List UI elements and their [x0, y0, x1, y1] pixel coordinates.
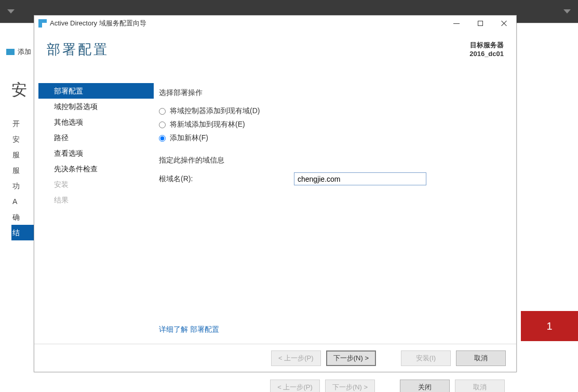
parent-sidebar-item[interactable]: 服 [11, 163, 34, 178]
nav-review-options[interactable]: 查看选项 [38, 145, 154, 161]
dialog-titlebar: Active Directory 域服务配置向导 [34, 16, 516, 31]
parent-sidebar-item[interactable]: 结 [11, 225, 34, 240]
radio-label: 将域控制器添加到现有域(D) [170, 106, 260, 116]
menu-dropdown-right-icon[interactable] [563, 9, 571, 13]
dialog-footer: < 上一步(P) 下一步(N) > 安装(I) 取消 [34, 344, 516, 372]
dialog-body: 部署配置 域控制器选项 其他选项 路径 查看选项 先决条件检查 安装 结果 选择… [34, 77, 516, 344]
radio-input[interactable] [159, 135, 166, 142]
learn-more-link[interactable]: 详细了解 部署配置 [159, 325, 219, 334]
radio-add-domain-existing-forest[interactable]: 将新域添加到现有林(E) [159, 118, 504, 131]
parent-next-button: 下一步(N) > [325, 380, 375, 392]
nav-results: 结果 [38, 192, 154, 208]
breadcrumb: 添加 [6, 47, 31, 57]
nav-paths[interactable]: 路径 [38, 130, 154, 145]
parent-sidebar-item[interactable]: A [11, 194, 34, 209]
cancel-button[interactable]: 取消 [456, 350, 506, 366]
radio-input[interactable] [159, 121, 166, 128]
parent-sidebar-item[interactable]: 确 [11, 209, 34, 225]
nav-deployment-config[interactable]: 部署配置 [38, 83, 154, 99]
root-domain-input[interactable] [294, 172, 426, 185]
parent-sidebar: 开 安 服 服 功 A 确 结 [11, 116, 34, 240]
radio-label: 添加新林(F) [170, 133, 208, 143]
parent-sidebar-item[interactable]: 服 [11, 147, 34, 163]
select-operation-label: 选择部署操作 [159, 88, 504, 98]
menu-dropdown-left-icon[interactable] [7, 9, 15, 13]
maximize-button[interactable] [468, 16, 492, 31]
notification-badge[interactable]: 1 [521, 311, 578, 341]
page-title: 部署配置 [47, 40, 109, 77]
minimize-button[interactable] [445, 16, 468, 31]
dialog-header: 部署配置 目标服务器 2016_dc01 [34, 31, 516, 77]
nav-additional-options[interactable]: 其他选项 [38, 114, 154, 130]
radio-label: 将新域添加到现有林(E) [170, 120, 245, 129]
radio-input[interactable] [159, 108, 166, 115]
dialog-title: Active Directory 域服务配置向导 [50, 19, 146, 28]
target-server-block: 目标服务器 2016_dc01 [469, 40, 504, 77]
nav-install: 安装 [38, 177, 154, 192]
flag-icon [6, 49, 15, 55]
next-button[interactable]: 下一步(N) > [326, 350, 376, 366]
close-button[interactable] [492, 16, 516, 31]
parent-cancel-button: 取消 [455, 380, 505, 392]
radio-add-new-forest[interactable]: 添加新林(F) [159, 132, 504, 144]
prev-button: < 上一步(P) [271, 350, 321, 366]
adds-icon [38, 19, 47, 28]
install-button: 安装(I) [401, 350, 451, 366]
parent-close-button[interactable]: 关闭 [400, 380, 450, 392]
wizard-nav: 部署配置 域控制器选项 其他选项 路径 查看选项 先决条件检查 安装 结果 [34, 77, 154, 344]
target-server-name: 2016_dc01 [469, 50, 504, 58]
parent-page-title: 安 [11, 79, 28, 101]
nav-dc-options[interactable]: 域控制器选项 [38, 99, 154, 114]
root-domain-label: 根域名(R): [159, 174, 294, 184]
target-server-label: 目标服务器 [469, 40, 504, 50]
nav-prereq-check[interactable]: 先决条件检查 [38, 161, 154, 177]
parent-footer-buttons: < 上一步(P) 下一步(N) > 关闭 取消 [270, 380, 505, 392]
root-domain-row: 根域名(R): [159, 172, 504, 185]
parent-prev-button: < 上一步(P) [270, 380, 320, 392]
ad-ds-config-wizard-dialog: Active Directory 域服务配置向导 部署配置 目标服务器 2016… [34, 15, 517, 372]
parent-sidebar-item[interactable]: 安 [11, 131, 34, 147]
radio-add-dc-existing-domain[interactable]: 将域控制器添加到现有域(D) [159, 105, 504, 117]
parent-sidebar-item[interactable]: 开 [11, 116, 34, 131]
parent-sidebar-item[interactable]: 功 [11, 178, 34, 194]
domain-info-label: 指定此操作的域信息 [159, 156, 504, 165]
breadcrumb-text: 添加 [18, 47, 31, 57]
dialog-content: 选择部署操作 将域控制器添加到现有域(D) 将新域添加到现有林(E) 添加新林(… [154, 77, 516, 344]
